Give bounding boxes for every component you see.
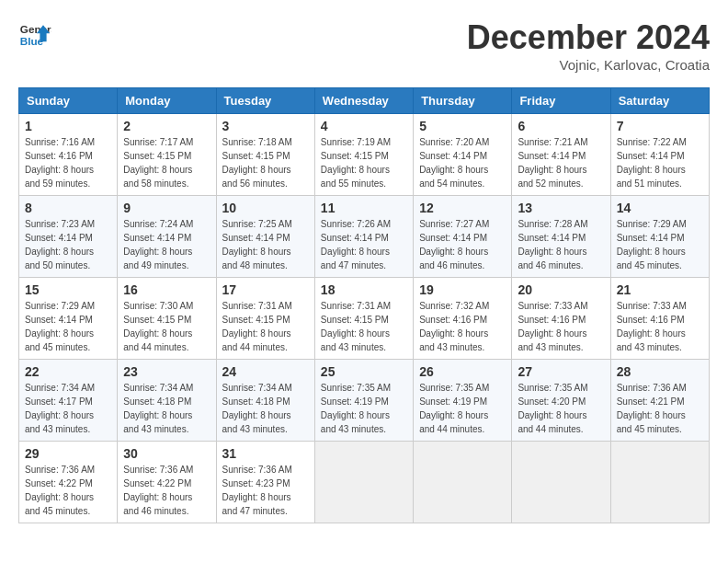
calendar-cell: 2 Sunrise: 7:17 AMSunset: 4:15 PMDayligh… [118, 114, 216, 196]
calendar-cell: 27 Sunrise: 7:35 AMSunset: 4:20 PMDaylig… [512, 360, 610, 442]
location-subtitle: Vojnic, Karlovac, Croatia [467, 57, 710, 73]
day-number: 6 [518, 119, 604, 133]
day-info: Sunrise: 7:29 AMSunset: 4:14 PMDaylight:… [617, 219, 687, 270]
logo-icon: General Blue [18, 18, 51, 52]
weekday-header-saturday: Saturday [610, 88, 709, 114]
day-number: 1 [25, 119, 111, 133]
day-info: Sunrise: 7:27 AMSunset: 4:14 PMDaylight:… [419, 219, 489, 270]
day-number: 20 [518, 282, 604, 297]
calendar-cell: 30 Sunrise: 7:36 AMSunset: 4:22 PMDaylig… [118, 442, 216, 523]
day-info: Sunrise: 7:34 AMSunset: 4:18 PMDaylight:… [123, 383, 193, 434]
day-number: 14 [617, 201, 703, 215]
calendar-cell: 28 Sunrise: 7:36 AMSunset: 4:21 PMDaylig… [610, 360, 709, 442]
page-header: General Blue December 2024 Vojnic, Karlo… [18, 18, 710, 73]
day-info: Sunrise: 7:35 AMSunset: 4:19 PMDaylight:… [419, 383, 489, 434]
day-info: Sunrise: 7:35 AMSunset: 4:20 PMDaylight:… [518, 383, 587, 434]
day-info: Sunrise: 7:18 AMSunset: 4:15 PMDaylight:… [222, 137, 292, 189]
calendar-cell: 29 Sunrise: 7:36 AMSunset: 4:22 PMDaylig… [19, 442, 118, 523]
day-info: Sunrise: 7:28 AMSunset: 4:14 PMDaylight:… [518, 219, 587, 270]
day-info: Sunrise: 7:34 AMSunset: 4:17 PMDaylight:… [25, 383, 95, 434]
day-number: 9 [123, 201, 210, 215]
day-info: Sunrise: 7:22 AMSunset: 4:14 PMDaylight:… [617, 137, 687, 189]
day-number: 13 [518, 201, 604, 215]
calendar-cell: 8 Sunrise: 7:23 AMSunset: 4:14 PMDayligh… [19, 196, 118, 278]
day-info: Sunrise: 7:17 AMSunset: 4:15 PMDaylight:… [123, 137, 193, 189]
calendar-cell: 5 Sunrise: 7:20 AMSunset: 4:14 PMDayligh… [414, 114, 512, 196]
day-info: Sunrise: 7:29 AMSunset: 4:14 PMDaylight:… [25, 301, 95, 352]
day-number: 4 [321, 119, 407, 133]
day-number: 11 [321, 201, 407, 215]
day-info: Sunrise: 7:36 AMSunset: 4:23 PMDaylight:… [222, 465, 292, 516]
weekday-header-thursday: Thursday [414, 88, 512, 114]
calendar-cell: 9 Sunrise: 7:24 AMSunset: 4:14 PMDayligh… [118, 196, 216, 278]
calendar-cell: 3 Sunrise: 7:18 AMSunset: 4:15 PMDayligh… [216, 114, 314, 196]
calendar-cell: 4 Sunrise: 7:19 AMSunset: 4:15 PMDayligh… [314, 114, 413, 196]
day-info: Sunrise: 7:25 AMSunset: 4:14 PMDaylight:… [222, 219, 292, 270]
calendar-cell: 1 Sunrise: 7:16 AMSunset: 4:16 PMDayligh… [19, 114, 118, 196]
day-info: Sunrise: 7:36 AMSunset: 4:22 PMDaylight:… [123, 465, 193, 516]
day-info: Sunrise: 7:24 AMSunset: 4:14 PMDaylight:… [123, 219, 193, 270]
calendar-week-row: 8 Sunrise: 7:23 AMSunset: 4:14 PMDayligh… [19, 196, 710, 278]
day-number: 27 [518, 364, 604, 379]
calendar-cell: 6 Sunrise: 7:21 AMSunset: 4:14 PMDayligh… [512, 114, 610, 196]
day-number: 29 [25, 446, 111, 461]
weekday-header-tuesday: Tuesday [216, 88, 314, 114]
day-number: 17 [222, 282, 309, 297]
month-title: December 2024 [467, 18, 710, 57]
day-info: Sunrise: 7:36 AMSunset: 4:21 PMDaylight:… [617, 383, 687, 434]
day-number: 26 [419, 364, 506, 379]
calendar-cell: 16 Sunrise: 7:30 AMSunset: 4:15 PMDaylig… [118, 278, 216, 360]
weekday-header-friday: Friday [512, 88, 610, 114]
day-info: Sunrise: 7:36 AMSunset: 4:22 PMDaylight:… [25, 465, 95, 516]
day-info: Sunrise: 7:16 AMSunset: 4:16 PMDaylight:… [25, 137, 95, 189]
calendar-cell: 12 Sunrise: 7:27 AMSunset: 4:14 PMDaylig… [414, 196, 512, 278]
day-info: Sunrise: 7:20 AMSunset: 4:14 PMDaylight:… [419, 137, 489, 189]
title-block: December 2024 Vojnic, Karlovac, Croatia [467, 18, 710, 73]
day-info: Sunrise: 7:26 AMSunset: 4:14 PMDaylight:… [321, 219, 391, 270]
calendar-header-row: SundayMondayTuesdayWednesdayThursdayFrid… [19, 88, 710, 114]
calendar-cell: 18 Sunrise: 7:31 AMSunset: 4:15 PMDaylig… [314, 278, 413, 360]
day-info: Sunrise: 7:35 AMSunset: 4:19 PMDaylight:… [321, 383, 391, 434]
day-info: Sunrise: 7:21 AMSunset: 4:14 PMDaylight:… [518, 137, 587, 189]
calendar-cell: 7 Sunrise: 7:22 AMSunset: 4:14 PMDayligh… [610, 114, 709, 196]
day-number: 22 [25, 364, 111, 379]
calendar-cell: 20 Sunrise: 7:33 AMSunset: 4:16 PMDaylig… [512, 278, 610, 360]
day-info: Sunrise: 7:31 AMSunset: 4:15 PMDaylight:… [321, 301, 391, 352]
weekday-header-sunday: Sunday [19, 88, 118, 114]
day-number: 28 [617, 364, 703, 379]
day-number: 8 [25, 201, 111, 215]
day-number: 7 [617, 119, 703, 133]
calendar-cell [314, 442, 413, 523]
day-number: 12 [419, 201, 506, 215]
day-number: 31 [222, 446, 309, 461]
weekday-header-monday: Monday [118, 88, 216, 114]
calendar-cell: 25 Sunrise: 7:35 AMSunset: 4:19 PMDaylig… [314, 360, 413, 442]
day-info: Sunrise: 7:19 AMSunset: 4:15 PMDaylight:… [321, 137, 391, 189]
calendar-table: SundayMondayTuesdayWednesdayThursdayFrid… [18, 87, 710, 523]
calendar-cell [610, 442, 709, 523]
day-info: Sunrise: 7:32 AMSunset: 4:16 PMDaylight:… [419, 301, 489, 352]
day-number: 3 [222, 119, 309, 133]
calendar-body: 1 Sunrise: 7:16 AMSunset: 4:16 PMDayligh… [19, 114, 710, 523]
calendar-cell [414, 442, 512, 523]
calendar-cell: 19 Sunrise: 7:32 AMSunset: 4:16 PMDaylig… [414, 278, 512, 360]
calendar-week-row: 15 Sunrise: 7:29 AMSunset: 4:14 PMDaylig… [19, 278, 710, 360]
calendar-cell: 22 Sunrise: 7:34 AMSunset: 4:17 PMDaylig… [19, 360, 118, 442]
day-number: 10 [222, 201, 309, 215]
calendar-cell: 11 Sunrise: 7:26 AMSunset: 4:14 PMDaylig… [314, 196, 413, 278]
day-number: 18 [321, 282, 407, 297]
day-info: Sunrise: 7:34 AMSunset: 4:18 PMDaylight:… [222, 383, 292, 434]
calendar-cell: 15 Sunrise: 7:29 AMSunset: 4:14 PMDaylig… [19, 278, 118, 360]
calendar-week-row: 29 Sunrise: 7:36 AMSunset: 4:22 PMDaylig… [19, 442, 710, 523]
calendar-cell: 14 Sunrise: 7:29 AMSunset: 4:14 PMDaylig… [610, 196, 709, 278]
logo: General Blue [18, 18, 51, 52]
day-info: Sunrise: 7:33 AMSunset: 4:16 PMDaylight:… [617, 301, 687, 352]
calendar-cell: 23 Sunrise: 7:34 AMSunset: 4:18 PMDaylig… [118, 360, 216, 442]
day-number: 30 [123, 446, 210, 461]
calendar-cell [512, 442, 610, 523]
day-info: Sunrise: 7:31 AMSunset: 4:15 PMDaylight:… [222, 301, 292, 352]
day-info: Sunrise: 7:33 AMSunset: 4:16 PMDaylight:… [518, 301, 587, 352]
day-number: 2 [123, 119, 210, 133]
calendar-week-row: 22 Sunrise: 7:34 AMSunset: 4:17 PMDaylig… [19, 360, 710, 442]
day-info: Sunrise: 7:30 AMSunset: 4:15 PMDaylight:… [123, 301, 193, 352]
